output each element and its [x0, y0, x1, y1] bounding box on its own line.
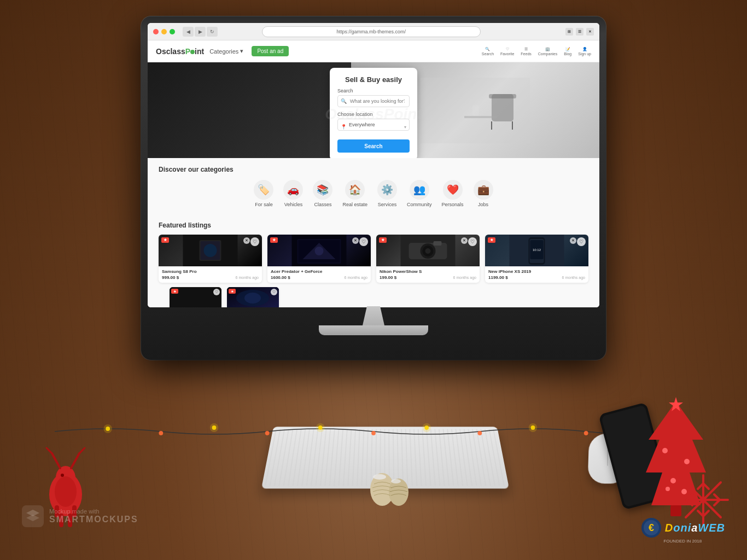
url-bar[interactable]: https://gamma.mb-themes.com/ [262, 26, 481, 37]
svg-rect-21 [434, 241, 442, 246]
listing-card-3[interactable]: ★ ♡ ✕ Nikon PowerShow S 199.00 $ 6 month… [376, 235, 480, 283]
search-input-wrapper: 🔍 [337, 95, 410, 107]
browser-action-3[interactable]: ✕ [586, 28, 594, 36]
nav-feeds[interactable]: ☰ Feeds [521, 47, 531, 56]
browser-action-2[interactable]: ☰ [576, 28, 583, 36]
listing-close-1[interactable]: ✕ [243, 237, 250, 244]
browser-action-1[interactable]: ⊞ [565, 28, 573, 36]
search-icon: 🔍 [485, 47, 490, 51]
classes-icon: 📚 [313, 180, 332, 200]
search-button[interactable]: Search [337, 139, 410, 153]
listing-footer-4: 1199.00 $ 6 months ago [488, 275, 585, 280]
smartmockups-watermark: Mockup made with SMARTMOCKUPS [22, 505, 138, 527]
nav-companies[interactable]: 🏢 Companies [538, 47, 557, 56]
svg-rect-2 [489, 94, 516, 98]
svg-point-80 [316, 423, 325, 432]
search-box-title: Sell & Buy easily [337, 75, 410, 84]
listing-favorite-4[interactable]: ♡ [577, 237, 586, 246]
location-select[interactable]: Everywhere [337, 119, 410, 131]
community-icon: 👥 [410, 180, 429, 200]
listing-favorite-3[interactable]: ♡ [468, 237, 477, 246]
bottom-favorite-1[interactable]: ♡ [213, 289, 220, 295]
traffic-light-yellow[interactable] [161, 29, 167, 34]
category-real-estate[interactable]: 🏠 Real estate [342, 180, 367, 207]
site-logo[interactable]: OsclassPint [156, 47, 204, 56]
categories-dropdown[interactable]: Categories ▾ [209, 48, 243, 55]
traffic-lights [153, 29, 175, 34]
nav-blog[interactable]: 📝 Blog [564, 47, 571, 56]
listing-card-4[interactable]: 10:12 ★ ♡ ✕ New iPhone XS 2019 1199.00 $… [485, 235, 588, 283]
bottom-badge-1: ★ [171, 289, 178, 294]
svg-point-10 [204, 244, 217, 257]
svg-rect-6 [472, 105, 479, 116]
bottom-card-1[interactable]: ★ ♡ [170, 287, 221, 307]
listing-price-3: 199.00 $ [380, 275, 396, 280]
svg-point-53 [666, 487, 670, 491]
svg-point-78 [103, 424, 112, 433]
listing-close-3[interactable]: ✕ [461, 237, 468, 244]
svg-text:€: € [649, 522, 654, 533]
nav-search[interactable]: 🔍 Search [482, 47, 494, 56]
svg-line-40 [48, 450, 52, 453]
categories-grid: 🏷️ For sale 🚗 Vehicles 📚 Classes 🏠 [159, 180, 588, 207]
svg-point-86 [391, 479, 401, 483]
pinecones-svg [360, 465, 426, 509]
category-for-sale[interactable]: 🏷️ For sale [254, 180, 273, 207]
category-personals[interactable]: ❤️ Personals [442, 180, 464, 207]
stand-base [319, 325, 428, 335]
category-services[interactable]: ⚙️ Services [377, 180, 397, 207]
categories-title: Discover our categories [159, 166, 588, 173]
listing-favorite-1[interactable]: ♡ [250, 237, 259, 246]
bottom-listings: ★ ♡ [159, 287, 588, 307]
listing-card-1[interactable]: ★ ♡ ✕ Samsung S8 Pro 999.00 $ 6 months a… [159, 235, 262, 283]
svg-point-81 [422, 423, 431, 432]
imac-screen-inner: ◀ ▶ ↻ https://gamma.mb-themes.com/ ⊞ ☰ ✕ [148, 23, 599, 307]
listing-card-2[interactable]: ★ ♡ ✕ Acer Predator + GeForce 1600.00 $ … [267, 235, 371, 283]
forward-button[interactable]: ▶ [195, 27, 206, 37]
svg-point-82 [529, 423, 538, 432]
reload-button[interactable]: ↻ [207, 27, 218, 37]
search-input[interactable] [337, 95, 410, 107]
bottom-favorite-2[interactable]: ♡ [271, 289, 277, 295]
bottom-card-2[interactable]: ★ ♡ [227, 287, 279, 307]
svg-point-20 [425, 248, 431, 254]
listing-price-4: 1199.00 $ [488, 275, 508, 280]
listing-favorite-2[interactable]: ♡ [359, 237, 368, 246]
listing-time-2: 6 months ago [345, 276, 367, 279]
category-classes[interactable]: 📚 Classes [313, 180, 332, 207]
listing-footer-1: 999.00 $ 6 months ago [162, 275, 259, 280]
back-button[interactable]: ◀ [183, 27, 194, 37]
svg-point-49 [662, 448, 668, 453]
listing-badge-3: ★ [379, 237, 387, 243]
listing-time-3: 6 months ago [453, 276, 476, 279]
domainweb-name: DoniaWEB [665, 522, 725, 534]
listing-close-2[interactable]: ✕ [352, 237, 359, 244]
categories-section: Discover our categories 🏷️ For sale 🚗 Ve… [148, 158, 599, 215]
post-ad-button[interactable]: Post an ad [252, 46, 289, 56]
smartmockups-icon [22, 505, 44, 527]
nav-favorites[interactable]: ♡ Favorite [500, 47, 514, 56]
category-vehicles[interactable]: 🚗 Vehicles [283, 180, 303, 207]
category-jobs[interactable]: 💼 Jobs [474, 180, 493, 207]
traffic-light-red[interactable] [153, 29, 159, 34]
listing-title-4: New iPhone XS 2019 [488, 269, 585, 274]
listing-price-2: 1600.00 $ [271, 275, 290, 280]
listing-badge-4: ★ [488, 237, 495, 243]
traffic-light-green[interactable] [170, 29, 175, 34]
listing-close-4[interactable]: ✕ [570, 237, 576, 244]
listing-info-4: New iPhone XS 2019 1199.00 $ 6 months ag… [485, 266, 588, 283]
svg-point-76 [584, 431, 588, 435]
hero-interior-svg [421, 78, 530, 143]
listing-info-2: Acer Predator + GeForce 1600.00 $ 6 mont… [267, 266, 371, 283]
hero-search-box: OsclassPoint Sell & Buy easily Search 🔍 … [330, 68, 417, 158]
hero-bg-left [148, 62, 351, 158]
listing-time-1: 6 months ago [236, 276, 259, 279]
svg-marker-88 [26, 515, 39, 521]
smartmockups-text: Mockup made with SMARTMOCKUPS [49, 508, 138, 524]
category-community[interactable]: 👥 Community [407, 180, 432, 207]
nav-signup[interactable]: 👤 Sign up [578, 47, 591, 56]
svg-rect-5 [464, 116, 497, 118]
vehicles-icon: 🚗 [283, 180, 303, 200]
site-nav: OsclassPint Categories ▾ Post an ad 🔍 Se… [148, 40, 599, 62]
for-sale-icon: 🏷️ [254, 180, 273, 200]
